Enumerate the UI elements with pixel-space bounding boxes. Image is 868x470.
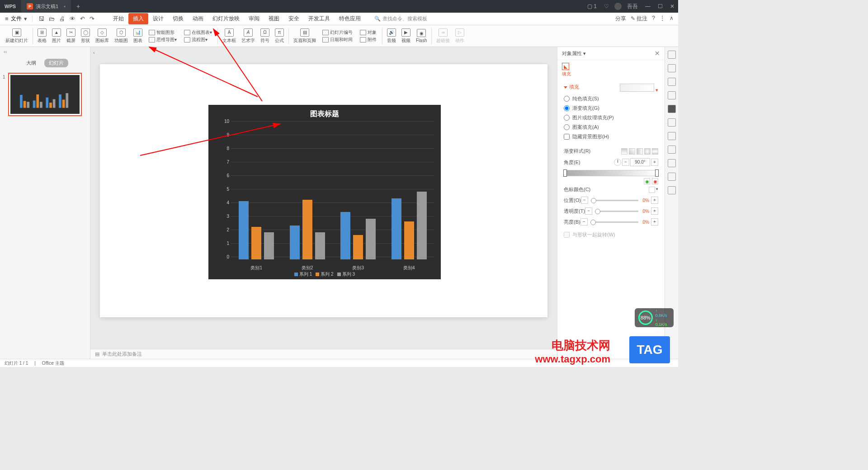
chart-object[interactable]: 图表标题 012345678910 系列 1 系列 2 系列 3 类别1类别2类… — [208, 105, 441, 279]
position-minus[interactable]: − — [581, 197, 588, 204]
action-button[interactable]: ▷动作 — [453, 27, 467, 46]
rtool-5[interactable] — [668, 105, 676, 113]
remove-stop-button[interactable]: ◉ — [652, 178, 658, 184]
iconlib-button[interactable]: ◇图标库 — [93, 27, 112, 46]
function-button[interactable]: ⬡功能图 — [112, 27, 131, 46]
rtool-6[interactable] — [668, 118, 676, 127]
tab-insert[interactable]: 插入 — [128, 13, 148, 24]
slide-number-button[interactable]: 幻灯片编号 — [321, 29, 354, 36]
tab-review[interactable]: 审阅 — [244, 13, 264, 24]
picture-button[interactable]: ▲图片 — [49, 27, 64, 46]
rtool-1[interactable] — [668, 51, 676, 59]
angle-value[interactable]: 90.0° — [630, 158, 650, 166]
chart-button[interactable]: 📊图表 — [131, 27, 145, 46]
smart-graphic-button[interactable]: 智能图形 — [147, 29, 179, 36]
save-icon[interactable]: 🖫 — [36, 15, 47, 22]
redo-icon[interactable]: ↷ — [87, 15, 97, 22]
help-icon[interactable]: ? — [652, 15, 655, 23]
tab-view[interactable]: 视图 — [264, 13, 284, 24]
tab-design[interactable]: 设计 — [148, 13, 168, 24]
print-icon[interactable]: 🖨 — [57, 15, 67, 22]
search-box[interactable]: 🔍 查找命令、搜索模板 — [374, 15, 427, 22]
header-footer-button[interactable]: ▤页眉和页脚 — [291, 27, 319, 46]
rtool-11[interactable] — [668, 186, 676, 194]
transparency-plus[interactable]: + — [651, 207, 658, 215]
notes-panel[interactable]: ▤ 单击此处添加备注 — [90, 349, 557, 359]
maximize-button[interactable]: ☐ — [654, 3, 666, 9]
brightness-slider[interactable] — [590, 221, 638, 223]
panel-close-button[interactable]: ✕ — [655, 50, 660, 57]
minimize-button[interactable]: — — [642, 3, 654, 9]
rtool-3[interactable] — [668, 78, 676, 86]
share-button[interactable]: 分享 — [615, 15, 626, 23]
stop-color-swatch[interactable] — [649, 187, 655, 193]
gradient-stops-slider[interactable] — [564, 170, 658, 176]
rtool-2[interactable] — [668, 64, 676, 72]
tab-devtools[interactable]: 开发工具 — [304, 13, 335, 24]
screenshot-button[interactable]: ✂截屏 — [64, 27, 78, 46]
tab-slideshow[interactable]: 幻灯片放映 — [208, 13, 244, 24]
rtool-4[interactable] — [668, 91, 676, 99]
flowchart-button[interactable]: 流程图 ▾ — [182, 37, 214, 43]
gradient-style-swatches[interactable] — [621, 148, 658, 155]
tab-transition[interactable]: 切换 — [168, 13, 188, 24]
fill-bucket-icon[interactable]: ◣ — [562, 63, 569, 70]
transparency-minus[interactable]: − — [585, 207, 592, 215]
collapse-icon[interactable]: ∧ — [670, 15, 674, 23]
rtool-10[interactable] — [668, 173, 676, 181]
brightness-minus[interactable]: − — [580, 218, 588, 226]
angle-minus[interactable]: − — [622, 159, 629, 166]
datetime-button[interactable]: 日期和时间 — [321, 37, 354, 43]
shape-button[interactable]: ◯形状 — [78, 27, 93, 46]
rtool-8[interactable] — [668, 146, 676, 154]
formula-button[interactable]: π公式 — [272, 27, 287, 46]
heart-icon[interactable]: ♡ — [600, 3, 613, 9]
symbol-button[interactable]: Ω符号 — [258, 27, 272, 46]
user-avatar[interactable] — [614, 3, 622, 10]
tab-animation[interactable]: 动画 — [188, 13, 208, 24]
add-tab-button[interactable]: + — [71, 3, 85, 10]
textbox-button[interactable]: A文本框 — [220, 27, 239, 46]
gradient-fill-radio[interactable]: 渐变填充(G) — [564, 103, 658, 113]
close-button[interactable]: ✕ — [666, 3, 678, 9]
position-slider[interactable] — [591, 200, 638, 201]
chevron-down-icon[interactable]: ▾ — [22, 15, 29, 22]
open-icon[interactable]: 🗁 — [47, 15, 57, 22]
transparency-slider[interactable] — [595, 211, 638, 212]
brightness-plus[interactable]: + — [651, 218, 658, 226]
fill-section-header[interactable]: 填充 ▾ — [564, 84, 658, 90]
preview-icon[interactable]: 👁 — [67, 15, 78, 22]
add-stop-button[interactable]: ◉ — [644, 178, 650, 184]
outline-tab[interactable]: 大纲 — [22, 59, 41, 67]
badge-icon[interactable]: ▢ 1 — [584, 3, 600, 9]
position-plus[interactable]: + — [651, 197, 658, 204]
hyperlink-button[interactable]: ∞超链接 — [434, 27, 453, 46]
more-icon[interactable]: ⋮ — [660, 15, 665, 23]
tab-security[interactable]: 安全 — [284, 13, 304, 24]
angle-dial[interactable] — [614, 159, 621, 166]
slides-tab[interactable]: 幻灯片 — [44, 59, 68, 67]
tab-special[interactable]: 特色应用 — [335, 13, 365, 24]
canvas-collapse[interactable]: ‹ — [93, 50, 95, 55]
rtool-7[interactable] — [668, 132, 676, 140]
document-tab[interactable]: P 演示文稿1 • — [21, 0, 71, 13]
collapse-panel-button[interactable]: ‹‹ — [0, 47, 90, 56]
file-menu[interactable]: 文件 — [11, 15, 22, 23]
menu-icon[interactable]: ≡ — [3, 15, 11, 22]
comment-button[interactable]: ✎ 批注 — [631, 15, 647, 23]
hide-bg-checkbox[interactable]: 隐藏背景图形(H) — [564, 132, 658, 141]
wordart-button[interactable]: A艺术字 — [239, 27, 258, 46]
online-chart-button[interactable]: 在线图表 ▾ — [182, 29, 214, 36]
object-button[interactable]: 对象 — [358, 29, 378, 36]
fill-preset-dropdown[interactable] — [620, 84, 654, 92]
attachment-button[interactable]: 附件 — [358, 37, 378, 43]
mindmap-button[interactable]: 思维导图 ▾ — [147, 37, 179, 43]
picture-fill-radio[interactable]: 图片或纹理填充(P) — [564, 113, 658, 122]
table-button[interactable]: ⊞表格 — [35, 27, 49, 46]
audio-button[interactable]: 🔊音频 — [384, 27, 399, 46]
rtool-9[interactable] — [668, 159, 676, 167]
slide[interactable]: 图表标题 012345678910 系列 1 系列 2 系列 3 类别1类别2类… — [100, 64, 547, 317]
angle-plus[interactable]: + — [651, 159, 658, 166]
flash-button[interactable]: ◉Flash — [413, 27, 429, 46]
pattern-fill-radio[interactable]: 图案填充(A) — [564, 122, 658, 132]
